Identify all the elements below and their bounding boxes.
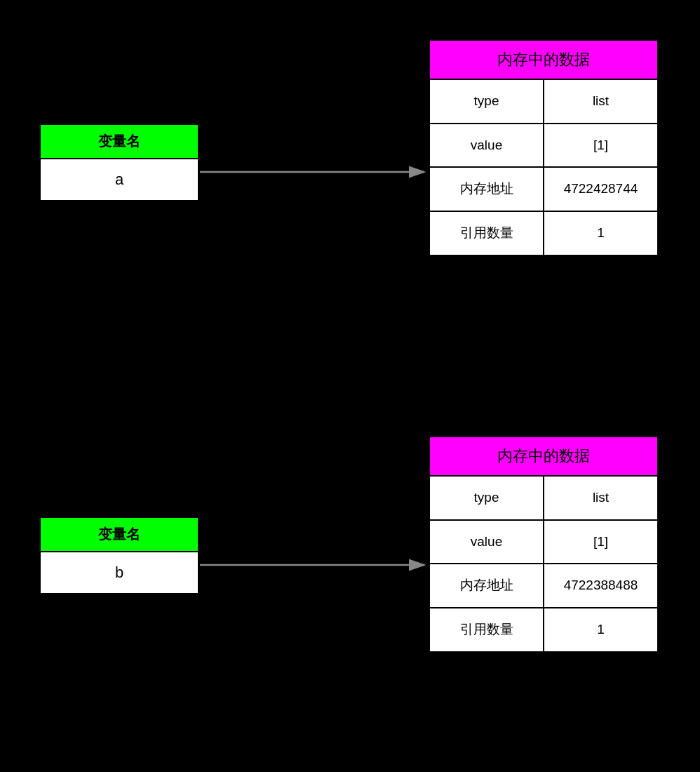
memory-cell-b-type-label: type: [430, 477, 544, 519]
memory-cell-a-address-label: 内存地址: [430, 168, 544, 211]
memory-cell-a-refcount-value: 1: [544, 212, 657, 255]
memory-cell-b-refcount-label: 引用数量: [430, 608, 544, 651]
memory-cell-b-value-value: [1]: [544, 521, 657, 564]
memory-row-a-value: value [1]: [430, 124, 657, 168]
var-box-b-value: b: [41, 552, 198, 593]
memory-row-b-refcount: 引用数量 1: [430, 608, 657, 651]
arrow-a: [200, 158, 438, 186]
memory-cell-b-value-label: value: [430, 521, 544, 564]
memory-cell-b-address-value: 4722388488: [544, 564, 657, 607]
memory-cell-a-type-label: type: [430, 80, 544, 123]
var-box-a-value: a: [41, 159, 198, 200]
memory-cell-a-refcount-label: 引用数量: [430, 212, 544, 255]
memory-cell-b-type-value: list: [544, 477, 657, 519]
memory-table-a: 内存中的数据 type list value [1] 内存地址 47224287…: [428, 39, 659, 257]
memory-cell-b-refcount-value: 1: [544, 608, 657, 651]
memory-table-b-header: 内存中的数据: [430, 437, 657, 477]
arrow-b: [200, 551, 438, 579]
memory-table-a-header: 内存中的数据: [430, 41, 657, 80]
memory-cell-a-value-label: value: [430, 124, 544, 167]
memory-row-a-type: type list: [430, 80, 657, 124]
memory-cell-a-address-value: 4722428744: [544, 168, 657, 211]
var-box-b-header: 变量名: [41, 518, 198, 552]
memory-cell-a-value-value: [1]: [544, 124, 657, 167]
var-box-a: 变量名 a: [39, 123, 200, 202]
var-box-a-header: 变量名: [41, 125, 198, 159]
main-diagram: 变量名 a 内存中的数据 type list value [1] 内存地址 47…: [0, 0, 700, 772]
memory-row-b-address: 内存地址 4722388488: [430, 564, 657, 608]
memory-row-b-value: value [1]: [430, 521, 657, 565]
var-box-b: 变量名 b: [39, 516, 200, 595]
memory-row-b-type: type list: [430, 477, 657, 521]
memory-row-a-refcount: 引用数量 1: [430, 212, 657, 255]
memory-row-a-address: 内存地址 4722428744: [430, 168, 657, 212]
memory-cell-b-address-label: 内存地址: [430, 564, 544, 607]
memory-table-b: 内存中的数据 type list value [1] 内存地址 47223884…: [428, 435, 659, 653]
memory-cell-a-type-value: list: [544, 80, 657, 123]
